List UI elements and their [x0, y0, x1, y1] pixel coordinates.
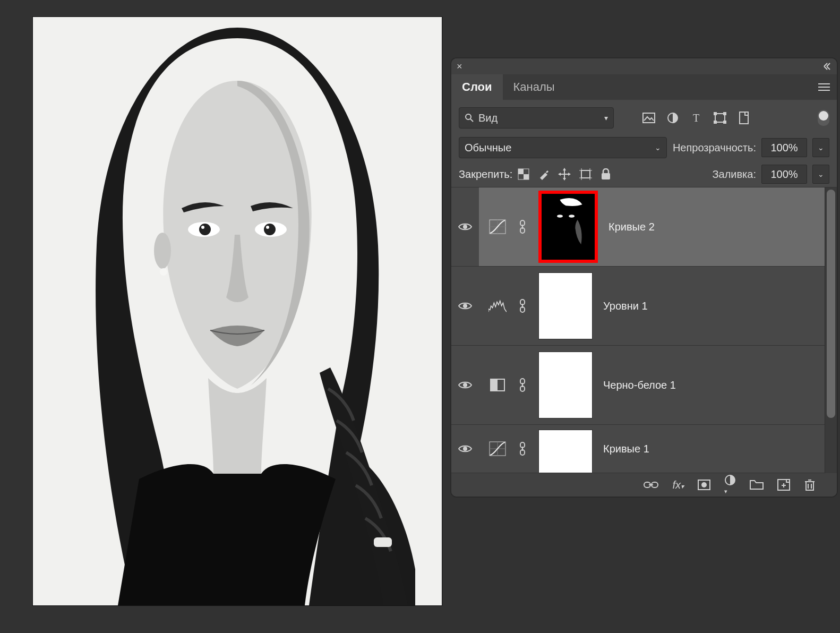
svg-point-41: [463, 383, 467, 387]
svg-point-39: [463, 225, 467, 229]
svg-rect-26: [524, 174, 529, 179]
visibility-toggle[interactable]: [451, 425, 479, 473]
filter-toggle[interactable]: [818, 110, 829, 126]
layers-scrollbar[interactable]: [825, 187, 837, 473]
opacity-label: Непрозрачность:: [673, 142, 756, 154]
add-mask-icon[interactable]: [698, 480, 710, 490]
collapse-icon[interactable]: [821, 63, 832, 70]
fill-value[interactable]: 100%: [761, 165, 807, 184]
layers-bottom-toolbar: fx▾ ▾: [451, 473, 837, 497]
layer-fx-button[interactable]: fx▾: [672, 479, 684, 491]
lock-pixels-icon[interactable]: [538, 168, 550, 180]
filter-smart-icon[interactable]: [738, 112, 750, 124]
lock-position-icon[interactable]: [558, 168, 571, 181]
fill-dropdown[interactable]: ⌄: [812, 165, 829, 184]
svg-marker-31: [558, 173, 561, 176]
close-icon[interactable]: ×: [457, 62, 462, 71]
new-group-icon[interactable]: [750, 480, 764, 490]
lock-all-icon[interactable]: [601, 168, 611, 180]
tab-layers[interactable]: Слои: [451, 74, 503, 100]
visibility-column: [451, 187, 479, 473]
svg-point-7: [154, 233, 171, 269]
svg-marker-30: [563, 178, 566, 181]
panel-titlebar: ×: [451, 58, 837, 74]
tab-channels-label: Каналы: [513, 80, 555, 94]
levels-adjust-icon[interactable]: [488, 298, 507, 313]
svg-line-14: [470, 119, 473, 122]
mask-link-icon[interactable]: [517, 220, 528, 234]
document-canvas[interactable]: [33, 17, 442, 605]
layers-panel: × Слои Каналы Вид ▾ T Обычные: [451, 58, 837, 497]
layer-mask-thumb[interactable]: [538, 272, 593, 339]
fill-label: Заливка:: [712, 168, 756, 181]
filter-pixel-icon[interactable]: [642, 113, 655, 123]
svg-rect-9: [374, 537, 392, 547]
layer-name[interactable]: Черно-белое 1: [603, 379, 676, 391]
svg-point-42: [463, 447, 467, 451]
mask-link-icon[interactable]: [517, 299, 528, 313]
layer-name[interactable]: Уровни 1: [603, 300, 648, 312]
layers-list: Кривые 2 Уровни 1 Че: [479, 187, 825, 473]
svg-point-40: [463, 304, 467, 308]
bw-adjust-icon[interactable]: [488, 378, 507, 392]
link-layers-icon[interactable]: [644, 481, 658, 489]
filter-type-icon[interactable]: T: [690, 112, 702, 124]
lock-row: Закрепить: Заливка: 100% ⌄: [451, 161, 837, 187]
layer-row[interactable]: Уровни 1: [479, 267, 825, 346]
svg-point-6: [266, 226, 269, 229]
mask-link-icon[interactable]: [517, 442, 528, 456]
layer-row[interactable]: Черно-белое 1: [479, 346, 825, 425]
layer-mask-thumb[interactable]: [538, 352, 593, 418]
scrollbar-thumb[interactable]: [827, 190, 835, 418]
curves-adjust-icon[interactable]: [488, 219, 507, 234]
svg-rect-23: [740, 112, 748, 124]
layer-mask-thumb[interactable]: [538, 430, 593, 473]
filter-adjust-icon[interactable]: [667, 112, 679, 124]
lock-artboard-icon[interactable]: [579, 168, 592, 180]
lock-transparency-icon[interactable]: [518, 168, 529, 180]
blend-row: Обычные ⌄ Непрозрачность: 100% ⌄: [451, 134, 837, 161]
svg-point-5: [201, 226, 204, 229]
svg-rect-21: [714, 121, 717, 124]
svg-marker-29: [563, 168, 566, 170]
svg-point-4: [264, 224, 276, 235]
svg-rect-20: [723, 112, 726, 115]
visibility-toggle[interactable]: [451, 267, 479, 346]
svg-point-70: [701, 482, 707, 487]
new-layer-icon[interactable]: [777, 479, 790, 491]
layer-kind-label: Вид: [478, 112, 498, 124]
blend-mode-select[interactable]: Обычные ⌄: [459, 137, 667, 158]
mask-link-icon[interactable]: [517, 378, 528, 392]
opacity-value[interactable]: 100%: [761, 138, 807, 157]
layer-row[interactable]: Кривые 2: [479, 187, 825, 267]
delete-layer-icon[interactable]: [804, 478, 816, 491]
blend-mode-value: Обычные: [465, 142, 511, 154]
layer-filter-row: Вид ▾ T: [451, 100, 837, 134]
layer-row[interactable]: Кривые 1: [479, 425, 825, 473]
new-adjustment-icon[interactable]: ▾: [724, 474, 736, 495]
svg-text:T: T: [693, 112, 699, 124]
visibility-toggle[interactable]: [451, 187, 479, 267]
svg-rect-25: [518, 169, 524, 174]
curves-adjust-icon[interactable]: [488, 441, 507, 456]
svg-point-3: [199, 224, 211, 235]
svg-rect-22: [723, 121, 726, 124]
layers-container: Кривые 2 Уровни 1 Че: [451, 187, 837, 473]
chevron-down-icon: ▾: [604, 114, 608, 122]
panel-menu-icon[interactable]: [811, 74, 837, 100]
svg-point-51: [569, 215, 575, 218]
layer-kind-select[interactable]: Вид ▾: [459, 107, 614, 129]
layer-name[interactable]: Кривые 1: [603, 443, 649, 455]
visibility-toggle[interactable]: [451, 346, 479, 425]
svg-point-13: [466, 114, 471, 119]
layer-mask-thumb[interactable]: [538, 191, 598, 263]
svg-rect-38: [602, 173, 610, 179]
opacity-dropdown[interactable]: ⌄: [812, 138, 829, 157]
svg-rect-19: [714, 112, 717, 115]
filter-shape-icon[interactable]: [714, 112, 726, 124]
layer-name[interactable]: Кривые 2: [608, 221, 655, 233]
panel-tabs: Слои Каналы: [451, 74, 837, 100]
svg-rect-33: [581, 170, 590, 178]
tab-channels[interactable]: Каналы: [503, 74, 565, 100]
svg-point-50: [557, 215, 563, 218]
